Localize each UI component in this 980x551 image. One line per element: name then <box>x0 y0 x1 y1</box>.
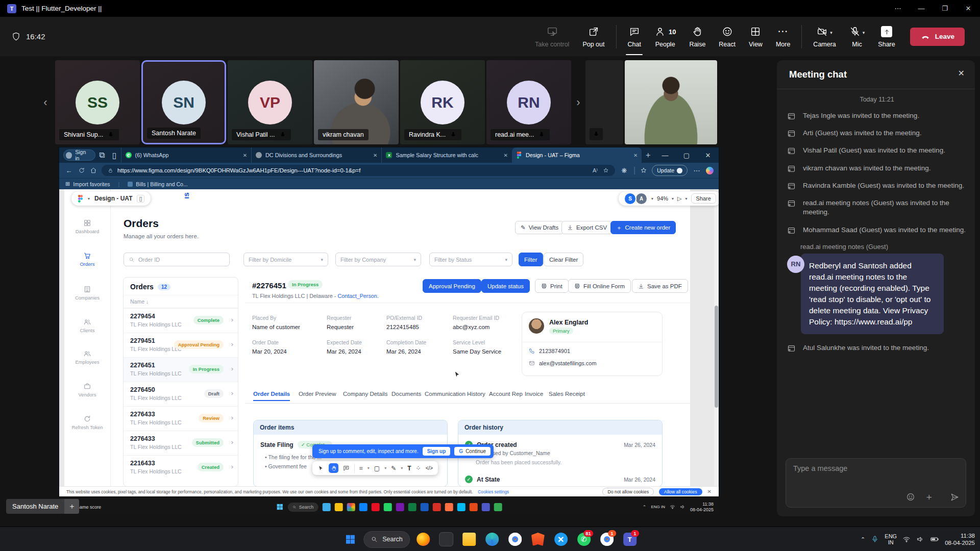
taskbar-search[interactable]: Search <box>363 531 410 548</box>
browser-menu-icon[interactable]: ⋯ <box>692 167 701 174</box>
print-button[interactable]: Print <box>535 279 569 293</box>
participant-tile[interactable]: RK Ravindra K... <box>400 60 485 144</box>
chevron-down-icon[interactable]: ▾ <box>651 196 653 201</box>
import-favorites-button[interactable]: ⊞Import favorites <box>65 181 110 187</box>
shared-taskbar-app-icon[interactable] <box>359 503 367 511</box>
teams-icon[interactable]: T 1 <box>620 529 640 549</box>
tab-account-rep[interactable]: Account Rep <box>489 391 523 397</box>
shared-taskbar-app-icon[interactable] <box>432 503 440 511</box>
layout-panel-icon[interactable]: ▯ <box>137 195 144 203</box>
participant-tile[interactable]: RN read.ai mee... <box>486 60 571 144</box>
tab-documents[interactable]: Documents <box>391 391 421 397</box>
volume-icon[interactable] <box>680 504 685 510</box>
order-row[interactable]: 2279451TL Flex Holdings LLC Approval Pen… <box>124 333 238 357</box>
brave-icon[interactable] <box>528 529 548 549</box>
hand-tool-icon-active[interactable] <box>329 463 338 473</box>
tab-invoice[interactable]: Invoice <box>525 391 543 397</box>
tab-close-icon[interactable]: ✕ <box>243 153 247 158</box>
participant-tile-speaking[interactable]: SN Santosh Narate <box>141 60 226 144</box>
contact-email[interactable]: alex@vstatefilings.com <box>539 360 597 366</box>
dev-mode-icon[interactable]: </> <box>426 465 433 471</box>
wifi-icon[interactable] <box>670 504 675 510</box>
pop-out-button[interactable]: Pop out <box>576 25 611 48</box>
order-row[interactable]: 2216433TL Flex Holdings LLC Created › <box>124 455 238 480</box>
shared-taskbar-app-icon[interactable] <box>396 503 404 511</box>
shared-taskbar-app-icon[interactable] <box>420 503 428 511</box>
shared-taskbar-app-icon[interactable] <box>383 503 391 511</box>
dark-app-icon[interactable] <box>436 529 456 549</box>
browser-minimize-icon[interactable]: — <box>654 147 676 163</box>
blue-x-app-icon[interactable]: ✕ <box>551 529 571 549</box>
sidebar-item-vendors[interactable]: Vendors <box>64 382 110 397</box>
chevron-down-icon[interactable]: ▾ <box>672 196 674 201</box>
send-icon[interactable] <box>950 492 960 502</box>
copilot-icon[interactable] <box>706 167 714 174</box>
google-continue-button[interactable]: G Continue <box>454 447 491 456</box>
participant-tile-video[interactable]: vikram chavan <box>314 60 399 144</box>
shared-taskbar-app-icon[interactable] <box>371 503 379 511</box>
cookie-close-icon[interactable]: ✕ <box>707 489 712 494</box>
create-new-order-button[interactable]: ＋Create new order <box>610 221 676 234</box>
scrollbar-thumb[interactable] <box>715 306 718 408</box>
tab-close-icon[interactable]: ✕ <box>504 153 508 158</box>
start-icon[interactable] <box>276 503 284 511</box>
shared-taskbar-app-icon[interactable] <box>457 503 465 511</box>
people-button[interactable]: 10 People <box>648 25 682 48</box>
tab-close-icon[interactable]: ✕ <box>373 153 377 158</box>
participant-tile[interactable]: SS Shivani Sup... <box>55 60 140 144</box>
shape-tool-icon[interactable]: ▢ <box>374 465 380 472</box>
file-explorer-icon[interactable] <box>459 529 479 549</box>
view-drafts-button[interactable]: ✎View Drafts <box>515 221 564 234</box>
browser-update-button[interactable]: Update <box>652 165 688 176</box>
update-status-button[interactable]: Update status <box>481 279 530 293</box>
filter-domicile-dropdown[interactable]: Filter by Domicile▾ <box>243 253 328 266</box>
browser-essentials-icon[interactable]: ❋ <box>620 167 629 174</box>
text-tool-icon[interactable]: T <box>407 465 411 472</box>
close-icon[interactable]: ✕ <box>957 0 980 17</box>
order-row[interactable]: 2276433TL Flex Holdings LLC Submitted › <box>124 431 238 455</box>
tab-company-details[interactable]: Company Details <box>343 391 388 397</box>
widget-label[interactable]: Game score <box>76 505 101 510</box>
filter-apply-button[interactable]: Filter <box>519 253 543 266</box>
order-row[interactable]: 2279454TL Flex Holdings LLC Complete › <box>124 308 238 333</box>
comment-tool-icon[interactable] <box>343 465 350 471</box>
wifi-icon[interactable] <box>902 535 911 543</box>
volume-icon[interactable] <box>916 535 924 543</box>
raise-hand-button[interactable]: Raise <box>682 25 712 48</box>
firefox-icon[interactable] <box>413 529 433 549</box>
shared-taskbar-app-icon[interactable] <box>445 503 453 511</box>
browser-profile-button[interactable]: Sign in <box>63 149 95 161</box>
move-tool-icon[interactable] <box>317 465 324 471</box>
tray-chevron-icon[interactable]: ⌃ <box>643 505 647 510</box>
refresh-icon[interactable] <box>78 167 85 174</box>
leave-button[interactable]: Leave <box>910 28 965 46</box>
chat-button[interactable]: Chat <box>621 25 648 48</box>
save-as-pdf-button[interactable]: Save as PDF <box>632 279 688 293</box>
allow-cookies-button[interactable]: Allow all cookies <box>659 488 702 495</box>
chevron-down-icon[interactable]: ▾ <box>384 466 386 470</box>
figma-share-button[interactable]: Share <box>691 193 716 204</box>
cookie-settings-link[interactable]: Cookies settings <box>478 489 509 494</box>
browser-tab-dc-divisions[interactable]: DC Divisions and Surroundings✕ <box>251 147 381 163</box>
home-icon[interactable] <box>90 167 97 174</box>
sidebar-item-employees[interactable]: Employees <box>64 349 110 365</box>
present-play-icon[interactable]: ▷ <box>677 195 681 202</box>
view-button[interactable]: View <box>742 25 769 48</box>
language-indicator[interactable]: ENGIN <box>885 533 897 545</box>
frame-tool-icon[interactable]: ⌗ <box>359 465 363 472</box>
actions-tool-icon[interactable]: ⁘ <box>416 465 421 472</box>
mic-button[interactable]: ▾ Mic <box>843 25 872 48</box>
browser-tab-figma-active[interactable]: Design - UAT – Figma✕ <box>512 147 642 163</box>
browser-tab-whatsapp[interactable]: ✆ (6) WhatsApp✕ <box>121 147 251 163</box>
figma-logo-icon[interactable] <box>78 195 83 203</box>
restore-icon[interactable]: ❐ <box>933 0 957 17</box>
favorite-star-icon[interactable] <box>603 167 609 173</box>
chat-input-box[interactable]: Type a message ＋ <box>786 458 966 508</box>
chevron-down-icon[interactable]: ▾ <box>685 196 688 201</box>
edge-icon[interactable] <box>482 529 502 549</box>
sort-arrow-icon[interactable]: ↓ <box>146 298 149 305</box>
back-icon[interactable]: ← <box>64 167 74 174</box>
address-bar[interactable]: https://www.figma.com/design/9BKQ0FOHRWa… <box>102 165 615 176</box>
shared-taskbar-app-icon[interactable] <box>481 503 489 511</box>
approval-pending-button[interactable]: Approval Pending <box>423 279 481 293</box>
